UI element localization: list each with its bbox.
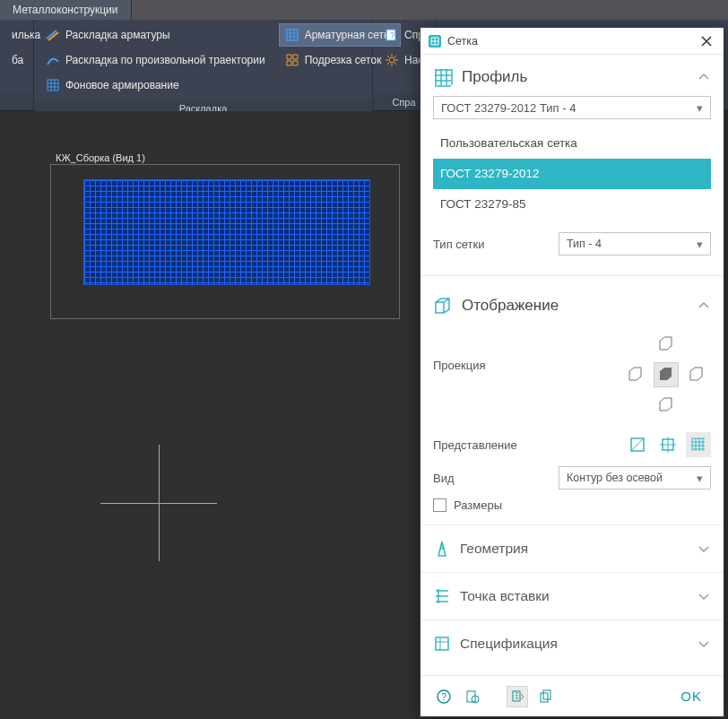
profile-combo[interactable]: ГОСТ 23279-2012 Тип - 4 ▾ bbox=[433, 96, 711, 119]
svg-rect-7 bbox=[436, 637, 448, 650]
dialog-title: Сетка bbox=[442, 35, 697, 48]
rebar-mesh-graphic bbox=[83, 179, 370, 285]
chevron-down-icon bbox=[697, 541, 711, 556]
section-specification[interactable]: Спецификация bbox=[420, 619, 724, 667]
dialog-icon bbox=[428, 34, 442, 48]
profile-list: Пользовательская сетка ГОСТ 23279-2012 Г… bbox=[433, 128, 711, 220]
background-rebar-icon bbox=[46, 78, 60, 92]
section-display-header[interactable]: Отображение bbox=[420, 283, 724, 325]
view-label: Вид bbox=[433, 472, 559, 485]
help-icon: ? bbox=[385, 28, 399, 42]
svg-text:?: ? bbox=[441, 692, 446, 702]
rebar-layout-button[interactable]: Раскладка арматуры bbox=[39, 23, 272, 47]
tab-metal[interactable]: Металлоконструкции bbox=[0, 0, 132, 20]
gear-icon bbox=[385, 53, 399, 67]
ok-button[interactable]: OK bbox=[672, 685, 711, 707]
caret-down-icon: ▾ bbox=[697, 472, 703, 485]
rebar-layout-icon bbox=[46, 28, 60, 42]
mesh-cut-icon bbox=[285, 53, 299, 67]
profile-icon bbox=[433, 67, 453, 87]
view-label: КЖ_Сборка (Вид 1) bbox=[56, 152, 145, 163]
type-label: Тип сетки bbox=[433, 238, 559, 251]
svg-rect-13 bbox=[541, 693, 548, 702]
chevron-up-icon bbox=[697, 299, 711, 313]
copy-props-button[interactable] bbox=[507, 686, 528, 707]
svg-rect-14 bbox=[543, 690, 550, 699]
repr-axis[interactable] bbox=[655, 432, 680, 457]
settings-icon-button[interactable] bbox=[462, 686, 483, 707]
close-button[interactable] bbox=[697, 31, 716, 51]
projection-label: Проекция bbox=[433, 332, 623, 372]
section-geometry[interactable]: Геометрия bbox=[420, 524, 724, 572]
chevron-up-icon bbox=[697, 70, 711, 84]
crosshair-cursor bbox=[100, 445, 217, 561]
section-insert-point[interactable]: Точка вставки bbox=[420, 572, 724, 619]
geometry-icon bbox=[433, 540, 451, 558]
profile-option-user[interactable]: Пользовательская сетка bbox=[433, 128, 711, 159]
checkbox-icon bbox=[433, 498, 446, 512]
projection-bottom[interactable] bbox=[654, 393, 679, 418]
view-combo[interactable]: Контур без осевой ▾ bbox=[559, 466, 711, 489]
profile-option-85[interactable]: ГОСТ 23279-85 bbox=[433, 189, 711, 220]
duplicate-button[interactable] bbox=[535, 686, 557, 707]
viewport-frame bbox=[50, 164, 400, 319]
projection-right[interactable] bbox=[684, 362, 709, 387]
svg-text:?: ? bbox=[390, 30, 394, 39]
help-icon-button[interactable]: ? bbox=[433, 686, 455, 707]
svg-point-3 bbox=[389, 57, 394, 63]
projection-front[interactable] bbox=[654, 362, 679, 387]
caret-down-icon: ▾ bbox=[697, 238, 703, 251]
curve-layout-button[interactable]: Раскладка по произвольной траектории bbox=[39, 48, 272, 72]
repr-outline[interactable] bbox=[625, 432, 650, 457]
insert-point-icon bbox=[433, 587, 451, 605]
projection-top[interactable] bbox=[654, 332, 679, 357]
chevron-down-icon bbox=[697, 589, 711, 603]
dimensions-checkbox[interactable]: Размеры bbox=[433, 498, 711, 512]
ribbon-item-b[interactable]: ба bbox=[5, 48, 28, 72]
display-icon bbox=[433, 296, 453, 316]
representation-label: Представление bbox=[433, 438, 625, 452]
mesh-dialog: Сетка Профиль ГОСТ 23279-2012 Тип - 4 ▾ … bbox=[420, 27, 724, 717]
curve-layout-icon bbox=[46, 53, 60, 67]
projection-left[interactable] bbox=[623, 362, 648, 387]
caret-down-icon: ▾ bbox=[697, 101, 703, 115]
background-rebar-button[interactable]: Фоновое армирование bbox=[39, 74, 272, 97]
ribbon-item-a[interactable]: илька bbox=[5, 23, 28, 47]
type-combo[interactable]: Тип - 4 ▾ bbox=[559, 232, 711, 256]
chevron-down-icon bbox=[697, 637, 711, 651]
svg-rect-10 bbox=[467, 691, 475, 702]
svg-rect-0 bbox=[48, 80, 58, 91]
section-profile-header[interactable]: Профиль bbox=[420, 55, 724, 96]
specification-icon bbox=[433, 635, 451, 653]
profile-option-2012[interactable]: ГОСТ 23279-2012 bbox=[433, 159, 711, 189]
mesh-grid-icon bbox=[285, 28, 299, 42]
repr-hatch[interactable] bbox=[686, 432, 711, 457]
